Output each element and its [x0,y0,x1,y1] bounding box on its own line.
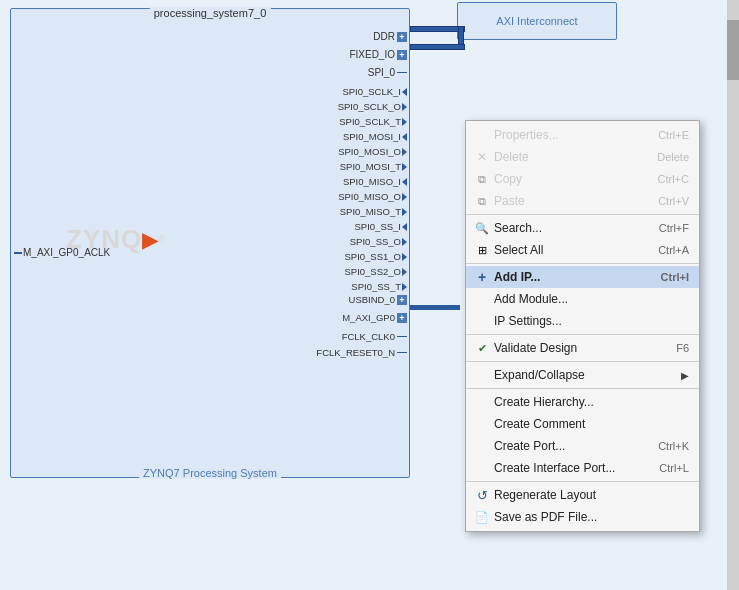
menu-label-validate: Validate Design [494,341,666,355]
menu-sep-5 [466,388,699,389]
ddr-bus-wire [410,26,465,32]
menu-item-paste[interactable]: ⧉ Paste Ctrl+V [466,190,699,212]
port-ddr: DDR + [373,31,407,42]
menu-shortcut-create-interface-port: Ctrl+L [659,462,689,474]
port-maxi-gp0: M_AXI_GP0 + [342,312,407,323]
port-fclk-reset: FCLK_RESET0_N [316,347,407,358]
menu-item-regenerate[interactable]: ↺ Regenerate Layout [466,484,699,506]
select-all-icon: ⊞ [474,242,490,258]
menu-item-create-port[interactable]: Create Port... Ctrl+K [466,435,699,457]
menu-label-regenerate: Regenerate Layout [494,488,689,502]
menu-shortcut-search: Ctrl+F [659,222,689,234]
ps-block-title-bottom: ZYNQ7 Processing System [139,467,281,479]
properties-icon [474,127,490,143]
port-fixed-io: FIXED_IO + [349,49,407,60]
menu-shortcut-select-all: Ctrl+A [658,244,689,256]
menu-label-select-all: Select All [494,243,648,257]
scrollbar-track [727,0,739,590]
delete-icon: ✕ [474,149,490,165]
menu-sep-6 [466,481,699,482]
menu-label-create-comment: Create Comment [494,417,689,431]
menu-sep-2 [466,263,699,264]
menu-item-expand-collapse[interactable]: Expand/Collapse ▶ [466,364,699,386]
aclk-wire [14,252,22,254]
create-port-icon [474,438,490,454]
menu-item-properties[interactable]: Properties... Ctrl+E [466,124,699,146]
menu-item-delete[interactable]: ✕ Delete Delete [466,146,699,168]
menu-item-copy[interactable]: ⧉ Copy Ctrl+C [466,168,699,190]
aclk-label: M_AXI_GP0_ACLK [23,247,110,258]
regenerate-icon: ↺ [474,487,490,503]
axi-interconnect-block: AXI Interconnect [457,2,617,40]
menu-sep-4 [466,361,699,362]
menu-shortcut-properties: Ctrl+E [658,129,689,141]
port-list-spi: SPI0_SCLK_I SPI0_SCLK_O SPI0_SCLK_T SPI0… [338,84,407,294]
paste-icon: ⧉ [474,193,490,209]
zynq-chevron: ▶ [142,228,157,252]
menu-label-add-module: Add Module... [494,292,689,306]
menu-label-copy: Copy [494,172,648,186]
context-menu: Properties... Ctrl+E ✕ Delete Delete ⧉ C… [465,120,700,532]
menu-shortcut-delete: Delete [657,151,689,163]
copy-icon: ⧉ [474,171,490,187]
ps-block: processing_system7_0 ZYNQ7 Processing Sy… [10,8,410,478]
menu-item-select-all[interactable]: ⊞ Select All Ctrl+A [466,239,699,261]
menu-item-ip-settings[interactable]: IP Settings... [466,310,699,332]
menu-item-search[interactable]: 🔍 Search... Ctrl+F [466,217,699,239]
ip-settings-icon [474,313,490,329]
create-interface-port-icon [474,460,490,476]
menu-item-validate[interactable]: ✔ Validate Design F6 [466,337,699,359]
menu-label-create-hierarchy: Create Hierarchy... [494,395,689,409]
add-ip-icon: + [474,269,490,285]
port-usbind: USBIND_0 + [349,294,407,305]
menu-shortcut-paste: Ctrl+V [658,195,689,207]
maxi-gp0-wire-h [410,305,460,310]
menu-item-add-module[interactable]: Add Module... [466,288,699,310]
menu-item-create-interface-port[interactable]: Create Interface Port... Ctrl+L [466,457,699,479]
port-fclk-clk0: FCLK_CLK0 [342,331,407,342]
menu-shortcut-add-ip: Ctrl+I [661,271,689,283]
menu-label-create-interface-port: Create Interface Port... [494,461,649,475]
menu-label-create-port: Create Port... [494,439,648,453]
fixed-io-bus-wire [410,44,465,50]
menu-item-create-comment[interactable]: Create Comment [466,413,699,435]
menu-label-ip-settings: IP Settings... [494,314,689,328]
expand-collapse-icon [474,367,490,383]
menu-label-paste: Paste [494,194,648,208]
search-icon: 🔍 [474,220,490,236]
menu-label-properties: Properties... [494,128,648,142]
menu-label-expand-collapse: Expand/Collapse [494,368,677,382]
menu-item-save-pdf[interactable]: 📄 Save as PDF File... [466,506,699,528]
menu-label-delete: Delete [494,150,647,164]
menu-shortcut-copy: Ctrl+C [658,173,689,185]
menu-label-save-pdf: Save as PDF File... [494,510,689,524]
menu-sep-1 [466,214,699,215]
expand-arrow-icon: ▶ [681,370,689,381]
create-hierarchy-icon [474,394,490,410]
validate-icon: ✔ [474,340,490,356]
add-module-icon [474,291,490,307]
save-pdf-icon: 📄 [474,509,490,525]
axi-block-label: AXI Interconnect [496,15,577,27]
menu-item-create-hierarchy[interactable]: Create Hierarchy... [466,391,699,413]
port-spi0: SPI_0 [368,67,407,78]
ps-block-title-top: processing_system7_0 [150,7,271,19]
menu-shortcut-create-port: Ctrl+K [658,440,689,452]
create-comment-icon [474,416,490,432]
menu-label-add-ip: Add IP... [494,270,651,284]
zynq-reg: ® [158,234,165,245]
menu-item-add-ip[interactable]: + Add IP... Ctrl+I [466,266,699,288]
ddr-bus-vert [458,26,464,46]
menu-shortcut-validate: F6 [676,342,689,354]
menu-label-search: Search... [494,221,649,235]
scrollbar-thumb[interactable] [727,20,739,80]
canvas: processing_system7_0 ZYNQ7 Processing Sy… [0,0,739,590]
menu-sep-3 [466,334,699,335]
